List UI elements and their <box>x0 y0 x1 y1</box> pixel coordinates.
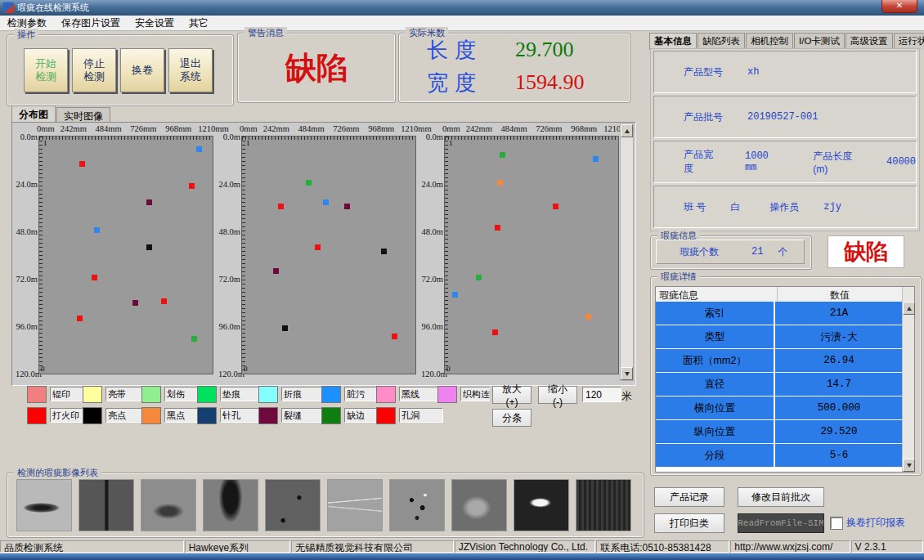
defect-point-black[interactable] <box>282 325 288 331</box>
defect-thumbnail-7[interactable] <box>389 479 445 531</box>
defect-thumbnail-1[interactable] <box>16 479 72 531</box>
defect-point-red[interactable] <box>77 316 83 321</box>
info-row-3: 产品宽度1000 mm产品长度(m)40000 <box>653 141 917 183</box>
legend-label: 黑线 <box>399 387 443 401</box>
tab-相机控制[interactable]: 相机控制 <box>746 33 793 50</box>
zoom-out-button[interactable]: 缩小(-) <box>538 386 577 404</box>
defect-point-black[interactable] <box>146 244 152 250</box>
info-row-1: 产品型号xh <box>653 51 917 93</box>
defect-point-red[interactable] <box>495 225 500 231</box>
zoom-in-button[interactable]: 放大(+) <box>492 386 532 404</box>
defect-point-green[interactable] <box>191 336 197 342</box>
defect-point-green[interactable] <box>500 152 505 158</box>
meter-rows: 长度29.700宽度1594.90 <box>399 34 630 99</box>
meter-name: 长度 <box>427 36 515 65</box>
defect-point-blue[interactable] <box>593 156 599 162</box>
detail-key: 索引 <box>656 302 775 325</box>
tab-高级设置[interactable]: 高级设置 <box>846 33 893 50</box>
roll-print-report-checkbox[interactable]: 换卷打印报表 <box>831 516 905 530</box>
defect-point-blue[interactable] <box>323 199 329 205</box>
meter-row-宽度: 宽度1594.90 <box>399 66 630 99</box>
meters-range-input[interactable] <box>582 387 621 402</box>
defect-point-black[interactable] <box>381 249 387 254</box>
table-row-横向位置[interactable]: 横向位置500.000 <box>656 396 903 420</box>
legend-swatch-icon <box>197 407 217 424</box>
close-button[interactable]: ✕ <box>881 0 917 13</box>
defect-point-red[interactable] <box>92 275 97 280</box>
defect-point-green[interactable] <box>306 180 312 186</box>
defect-thumbnail-2[interactable] <box>78 479 134 531</box>
plot-bottom-marker: 0 <box>41 365 45 373</box>
defect-thumbnail-6[interactable] <box>327 479 383 531</box>
defect-point-green[interactable] <box>476 275 482 280</box>
defect-thumbnail-10[interactable] <box>576 479 631 531</box>
split-button[interactable]: 分条 <box>492 409 532 427</box>
defect-point-red[interactable] <box>392 334 397 339</box>
x-axis-labels: 0mm242mm484mm726mm968mm1210mm <box>241 124 416 135</box>
detail-table-scrollbar[interactable] <box>902 302 914 472</box>
defect-point-purple[interactable] <box>273 268 279 274</box>
op-button-2[interactable]: 停止检测 <box>72 48 116 92</box>
tab-缺陷列表[interactable]: 缺陷列表 <box>697 33 745 50</box>
table-row-纵向位置[interactable]: 纵向位置29.520 <box>656 420 903 444</box>
defect-point-red[interactable] <box>161 298 167 304</box>
defect-thumbnail-9[interactable] <box>514 479 569 531</box>
tab-I/O卡测试[interactable]: I/O卡测试 <box>794 33 845 50</box>
y-tick-label: 96.0m <box>421 322 443 331</box>
defect-thumbnail-5[interactable] <box>265 479 321 531</box>
table-row-面积（mm2）[interactable]: 面积（mm2）26.94 <box>656 349 903 373</box>
defect-point-purple[interactable] <box>344 204 350 209</box>
tab-基本信息[interactable]: 基本信息 <box>649 33 697 50</box>
op-button-4[interactable]: 退出系统 <box>168 48 213 92</box>
title-bar: 瑕疵在线检测系统 ✕ <box>0 0 924 16</box>
x-tick-label: 484mm <box>96 124 122 133</box>
scroll-down-icon[interactable] <box>621 367 633 380</box>
read-from-file-button[interactable]: ReadFromFile-SIM <box>738 513 824 533</box>
y-tick-label: 120.0m <box>421 370 443 379</box>
info-value: zjy <box>823 201 841 213</box>
chart-scrollbar[interactable] <box>620 123 634 381</box>
defect-point-blue[interactable] <box>94 227 100 233</box>
status-segment-7: V 2.3.1 <box>851 540 923 553</box>
defect-point-orange[interactable] <box>497 180 503 186</box>
menu-item-安全设置[interactable]: 安全设置 <box>128 16 182 31</box>
defect-point-red[interactable] <box>189 183 195 189</box>
menu-item-保存图片设置[interactable]: 保存图片设置 <box>54 16 128 31</box>
defect-point-purple[interactable] <box>132 300 138 306</box>
detail-scroll-up-icon[interactable] <box>903 302 915 315</box>
defect-point-red[interactable] <box>315 244 321 250</box>
tab-运行状态信息[interactable]: 运行状态信息 <box>894 33 924 50</box>
defect-thumbnail-3[interactable] <box>141 479 196 531</box>
defect-count-value: 21 <box>751 246 763 258</box>
defect-thumbnail-8[interactable] <box>451 479 507 531</box>
defect-point-purple[interactable] <box>146 199 152 205</box>
product-record-button[interactable]: 产品记录 <box>654 487 724 507</box>
table-row-类型[interactable]: 类型污渍-大 <box>656 325 903 349</box>
op-button-1[interactable]: 开始检测 <box>24 48 68 92</box>
table-row-索引[interactable]: 索引21A <box>656 302 903 325</box>
defect-point-red[interactable] <box>492 329 498 335</box>
checkbox-icon[interactable] <box>831 517 842 529</box>
print-classify-button[interactable]: 打印归类 <box>654 513 724 533</box>
defect-point-blue[interactable] <box>452 292 458 298</box>
defect-point-red[interactable] <box>278 204 284 209</box>
modify-batch-button[interactable]: 修改目前批次 <box>738 487 824 507</box>
window-title: 瑕疵在线检测系统 <box>17 2 89 14</box>
x-tick-label: 0mm <box>37 124 55 133</box>
table-row-直径[interactable]: 直径14.7 <box>656 373 903 396</box>
table-row-分段[interactable]: 分段5-6 <box>656 444 903 468</box>
defect-point-red[interactable] <box>553 204 558 209</box>
op-button-3[interactable]: 换卷 <box>120 48 164 92</box>
taskbar[interactable] <box>0 553 924 560</box>
y-tick-label: 96.0m <box>218 322 240 331</box>
defect-point-blue[interactable] <box>196 146 202 152</box>
scroll-up-icon[interactable] <box>621 124 633 137</box>
legend-swatch-icon <box>83 407 102 424</box>
info-value: xh <box>747 66 759 78</box>
y-tick-label: 72.0m <box>421 275 443 284</box>
defect-thumbnail-4[interactable] <box>203 479 258 531</box>
defect-point-red[interactable] <box>79 161 85 167</box>
detail-scroll-down-icon[interactable] <box>903 459 915 472</box>
defect-point-orange[interactable] <box>585 314 591 320</box>
menu-item-其它[interactable]: 其它 <box>182 16 216 31</box>
